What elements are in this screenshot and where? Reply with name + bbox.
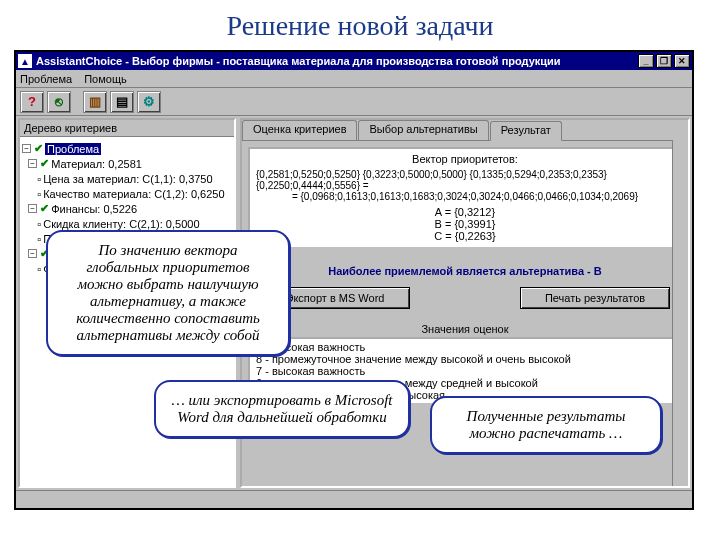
vector-line2: = {0,0968;0,1613;0,1613;0,1683;0,3024;0,…: [256, 191, 674, 202]
menu-problem[interactable]: Проблема: [20, 73, 72, 85]
toolbar: ? ⎋ ▥ ▤ ⚙: [16, 88, 692, 116]
titlebar: ▲ AssistantChoice - Выбор фирмы - постав…: [16, 52, 692, 70]
tree-item[interactable]: −✔Финансы: 0,5226: [22, 201, 232, 216]
vertical-scrollbar[interactable]: [672, 140, 688, 486]
exit-icon[interactable]: ⎋: [47, 91, 71, 113]
app-icon: ▲: [18, 54, 32, 68]
scale-row: 9 - высокая важность: [256, 341, 674, 353]
maximize-button[interactable]: ❐: [656, 54, 672, 68]
tree-item[interactable]: ▫Цена за материал: C(1,1): 0,3750: [22, 171, 232, 186]
statusbar: [16, 490, 692, 508]
help-icon[interactable]: ?: [20, 91, 44, 113]
print-results-button[interactable]: Печать результатов: [520, 287, 670, 309]
book-icon[interactable]: ▥: [83, 91, 107, 113]
slide-title: Решение новой задачи: [0, 10, 720, 42]
scale-row: 8 - промежуточное значение между высокой…: [256, 353, 674, 365]
scale-label: Значения оценок: [248, 323, 682, 335]
sheet-icon[interactable]: ▤: [110, 91, 134, 113]
vector-title: Вектор приоритетов:: [256, 153, 674, 165]
menubar: Проблема Помощь: [16, 70, 692, 88]
alt-b: B = {0,3991}: [256, 218, 674, 230]
tab-alternative[interactable]: Выбор альтернативы: [358, 120, 488, 140]
priority-vector-box: Вектор приоритетов: {0,2581;0,5250;0,525…: [248, 147, 682, 247]
tree-item[interactable]: −✔Материал: 0,2581: [22, 156, 232, 171]
callout-print: Полученные результаты можно распечатать …: [430, 396, 662, 454]
tab-result[interactable]: Результат: [490, 121, 562, 141]
tree-item[interactable]: ▫Скидка клиенту: C(2,1): 0,5000: [22, 216, 232, 231]
close-button[interactable]: ✕: [674, 54, 690, 68]
alt-c: C = {0,2263}: [256, 230, 674, 242]
tree-root[interactable]: − ✔ Проблема: [22, 141, 232, 156]
tree-title: Дерево критериев: [20, 120, 234, 137]
menu-help[interactable]: Помощь: [84, 73, 127, 85]
scale-row: 7 - высокая важность: [256, 365, 674, 377]
window-title: AssistantChoice - Выбор фирмы - поставщи…: [36, 55, 638, 67]
tab-criteria[interactable]: Оценка критериев: [242, 120, 357, 140]
minimize-button[interactable]: _: [638, 54, 654, 68]
alt-a: A = {0,3212}: [256, 206, 674, 218]
tool-icon[interactable]: ⚙: [137, 91, 161, 113]
vector-line1: {0,2581;0,5250;0,5250} {0,3223;0,5000;0,…: [256, 169, 674, 191]
tabs: Оценка критериев Выбор альтернативы Резу…: [242, 120, 688, 140]
callout-export: … или экспортировать в Microsoft Word дл…: [154, 380, 410, 438]
best-alternative: Наиболее приемлемой является альтернатив…: [248, 265, 682, 277]
tree-item[interactable]: ▫Качество материала: C(1,2): 0,6250: [22, 186, 232, 201]
callout-vector: По значению вектора глобальных приоритет…: [46, 230, 290, 356]
